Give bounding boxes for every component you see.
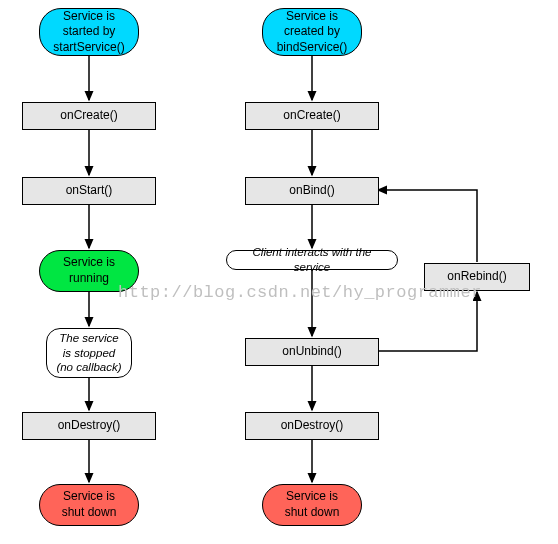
service-stopped-note: The serviceis stopped(no callback) — [46, 328, 132, 378]
service-running-label: Service isrunning — [63, 255, 115, 286]
client-interacts-label: Client interacts with the service — [235, 245, 389, 275]
right-onbind-node: onBind() — [245, 177, 379, 205]
bind-service-label: Service iscreated bybindService() — [277, 9, 348, 56]
left-onstart-label: onStart() — [66, 183, 113, 199]
onunbind-label: onUnbind() — [282, 344, 341, 360]
left-oncreate-node: onCreate() — [22, 102, 156, 130]
watermark-text: http://blog.csdn.net/hy_programmer — [118, 283, 482, 302]
right-shutdown-label: Service isshut down — [285, 489, 340, 520]
left-ondestroy-node: onDestroy() — [22, 412, 156, 440]
right-ondestroy-node: onDestroy() — [245, 412, 379, 440]
start-service-label: Service isstarted bystartService() — [53, 9, 124, 56]
client-interacts-note: Client interacts with the service — [226, 250, 398, 270]
left-shutdown-label: Service isshut down — [62, 489, 117, 520]
right-oncreate-label: onCreate() — [283, 108, 340, 124]
service-stopped-label: The serviceis stopped(no callback) — [56, 331, 121, 376]
right-shutdown-node: Service isshut down — [262, 484, 362, 526]
left-oncreate-label: onCreate() — [60, 108, 117, 124]
onunbind-node: onUnbind() — [245, 338, 379, 366]
right-oncreate-node: onCreate() — [245, 102, 379, 130]
right-ondestroy-label: onDestroy() — [281, 418, 344, 434]
right-onbind-label: onBind() — [289, 183, 334, 199]
start-service-node: Service isstarted bystartService() — [39, 8, 139, 56]
left-shutdown-node: Service isshut down — [39, 484, 139, 526]
bind-service-node: Service iscreated bybindService() — [262, 8, 362, 56]
left-ondestroy-label: onDestroy() — [58, 418, 121, 434]
left-onstart-node: onStart() — [22, 177, 156, 205]
